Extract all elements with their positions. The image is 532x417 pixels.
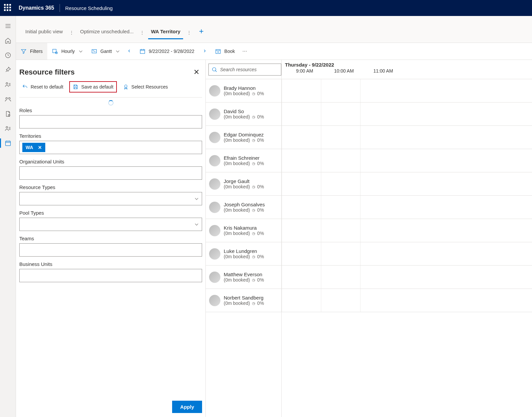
schedule-cell[interactable] [321, 79, 360, 102]
svg-rect-6 [5, 141, 10, 145]
nav-people-icon[interactable] [0, 77, 16, 92]
save-default-button[interactable]: Save as default [69, 81, 117, 93]
resource-item[interactable]: Edgar Dominquez (0m booked) ◷ 0% [206, 126, 281, 149]
schedule-row[interactable] [282, 266, 532, 289]
schedule-row[interactable] [282, 126, 532, 149]
select-resources-button[interactable]: Select Resources [120, 82, 171, 92]
schedule-cell[interactable] [360, 266, 399, 289]
resource-item[interactable]: Luke Lundgren (0m booked) ◷ 0% [206, 242, 281, 266]
tab-menu-icon[interactable]: ⋮ [68, 30, 75, 35]
territories-input[interactable]: WA ✕ [19, 141, 202, 154]
remove-chip-icon[interactable]: ✕ [38, 145, 42, 150]
schedule-row[interactable] [282, 289, 532, 312]
search-resources-input[interactable] [208, 64, 281, 76]
chevron-down-icon [79, 49, 82, 53]
roles-input[interactable] [19, 115, 202, 128]
prev-range-button[interactable] [124, 48, 135, 55]
tab-optimize-unscheduled[interactable]: Optimize unscheduled... [78, 26, 136, 39]
reset-default-button[interactable]: Reset to default [19, 82, 66, 92]
clock-icon: ◷ [252, 138, 255, 142]
schedule-cell[interactable] [321, 126, 360, 149]
book-button[interactable]: Book [210, 43, 240, 60]
resource-item[interactable]: Brady Hannon (0m booked) ◷ 0% [206, 79, 281, 103]
nav-pin-icon[interactable] [0, 63, 16, 77]
time-scale-dropdown[interactable]: Hourly [47, 43, 86, 60]
schedule-cell[interactable] [360, 196, 399, 219]
schedule-cell[interactable] [360, 219, 399, 242]
schedule-cell[interactable] [321, 219, 360, 242]
schedule-cell[interactable] [282, 196, 321, 219]
schedule-cell[interactable] [282, 266, 321, 289]
next-range-button[interactable] [199, 48, 210, 55]
schedule-row[interactable] [282, 196, 532, 219]
nav-home-icon[interactable] [0, 33, 16, 48]
resource-types-select[interactable] [19, 192, 202, 205]
schedule-cell[interactable] [321, 172, 360, 195]
clock-icon: ◷ [252, 208, 255, 212]
schedule-cell[interactable] [360, 103, 399, 125]
schedule-cell[interactable] [321, 196, 360, 219]
svg-point-13 [212, 68, 216, 71]
teams-input[interactable] [19, 243, 202, 257]
schedule-cell[interactable] [282, 242, 321, 265]
app-launcher-icon[interactable] [4, 4, 12, 12]
tab-initial-public-view[interactable]: Initial public view [23, 26, 66, 39]
resource-name: Kris Nakamura [224, 225, 264, 231]
schedule-row[interactable] [282, 103, 532, 126]
resource-item[interactable]: Kris Nakamura (0m booked) ◷ 0% [206, 219, 281, 242]
schedule-cell[interactable] [282, 289, 321, 312]
resource-item[interactable]: Norbert Sandberg (0m booked) ◷ 0% [206, 289, 281, 312]
schedule-cell[interactable] [360, 79, 399, 102]
schedule-cell[interactable] [282, 79, 321, 102]
schedule-row[interactable] [282, 172, 532, 196]
filters-label: Filters [30, 49, 43, 54]
resource-item[interactable]: Joseph Gonsalves (0m booked) ◷ 0% [206, 196, 281, 219]
tab-wa-territory[interactable]: WA Territory [148, 26, 183, 39]
view-tabs: Initial public view ⋮ Optimize unschedul… [16, 16, 532, 43]
resource-item[interactable]: Matthew Everson (0m booked) ◷ 0% [206, 266, 281, 289]
schedule-cell[interactable] [360, 126, 399, 149]
schedule-cell[interactable] [360, 149, 399, 172]
schedule-cell[interactable] [360, 242, 399, 265]
schedule-row[interactable] [282, 149, 532, 172]
pool-types-select[interactable] [19, 218, 202, 231]
schedule-row[interactable] [282, 219, 532, 242]
schedule-cell[interactable] [321, 242, 360, 265]
nav-recent-icon[interactable] [0, 48, 16, 63]
schedule-cell[interactable] [282, 149, 321, 172]
resource-item[interactable]: David So (0m booked) ◷ 0% [206, 103, 281, 126]
apply-button[interactable]: Apply [172, 401, 202, 413]
nav-hamburger-icon[interactable] [0, 19, 16, 33]
schedule-cell[interactable] [282, 126, 321, 149]
schedule-cell[interactable] [321, 149, 360, 172]
schedule-cell[interactable] [321, 289, 360, 312]
schedule-row[interactable] [282, 242, 532, 266]
view-type-dropdown[interactable]: Gantt [87, 43, 124, 60]
schedule-cell[interactable] [360, 172, 399, 195]
date-range-picker[interactable]: 9/22/2022 - 9/28/2022 [135, 43, 199, 60]
nav-calendar-icon[interactable] [0, 136, 16, 150]
nav-doc-icon[interactable] [0, 106, 16, 121]
tab-label: WA Territory [151, 29, 180, 34]
schedule-cell[interactable] [282, 219, 321, 242]
add-tab-button[interactable]: + [195, 27, 208, 39]
schedule-cell[interactable] [321, 266, 360, 289]
schedule-row[interactable] [282, 79, 532, 103]
schedule-hour-label: 10:00 AM [324, 68, 364, 74]
nav-people3-icon[interactable] [0, 121, 16, 136]
schedule-cell[interactable] [360, 289, 399, 312]
schedule-cell[interactable] [282, 172, 321, 195]
toolbar-overflow-icon[interactable]: ⋯ [240, 49, 250, 54]
tab-menu-icon[interactable]: ⋮ [139, 30, 145, 35]
schedule-cell[interactable] [321, 103, 360, 125]
nav-people2-icon[interactable] [0, 92, 16, 106]
close-filters-button[interactable]: ✕ [191, 67, 202, 78]
schedule-cell[interactable] [282, 103, 321, 125]
tab-menu-icon[interactable]: ⋮ [186, 30, 192, 35]
resource-item[interactable]: Jorge Gault (0m booked) ◷ 0% [206, 172, 281, 196]
org-units-input[interactable] [19, 166, 202, 180]
business-units-input[interactable] [19, 269, 202, 282]
schedule-hour-label: 9:00 AM [285, 68, 324, 74]
resource-item[interactable]: Efrain Schreiner (0m booked) ◷ 0% [206, 149, 281, 172]
filters-button[interactable]: Filters [16, 43, 47, 60]
